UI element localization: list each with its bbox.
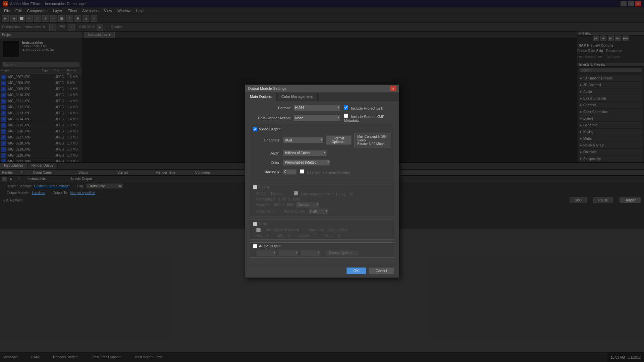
audio-format-options-button[interactable]: Format Options... bbox=[325, 250, 359, 256]
right-label: Right: bbox=[325, 234, 333, 237]
video-output-title-row: Video Output bbox=[253, 127, 391, 131]
audio-checkbox[interactable] bbox=[253, 244, 257, 248]
channels-label: Channels: bbox=[253, 138, 283, 142]
bottom-label: Bottom: bbox=[299, 234, 310, 237]
channels-select-wrapper: RGB RGB + Alpha bbox=[283, 137, 323, 143]
resize-pct-label: Resize %: bbox=[256, 209, 271, 213]
color-label: Color: bbox=[253, 161, 283, 165]
format-select[interactable]: H.264 AVI QuickTime bbox=[293, 105, 340, 111]
depth-label: Depth: bbox=[253, 151, 283, 155]
bottom-value: 0 bbox=[315, 234, 317, 237]
color-row: Color: Premultiplied (Matted) Straight (… bbox=[253, 159, 391, 166]
dialog-close-button[interactable]: ✕ bbox=[390, 86, 396, 91]
format-info-box: MainConcept H.264 Video Bitrate: 6.00 Mb… bbox=[354, 133, 391, 147]
resize-label: Resize bbox=[259, 185, 270, 189]
audio-label: Audio Output bbox=[259, 244, 280, 248]
include-xmp-checkbox-container: Include Source XMP Metadata bbox=[344, 114, 394, 123]
video-output-label: Video Output bbox=[259, 127, 280, 131]
dialog-footer: OK Cancel bbox=[245, 264, 399, 278]
resize-checkbox[interactable] bbox=[253, 185, 257, 189]
dialog-tab-color[interactable]: Color Management bbox=[277, 93, 318, 101]
info-line2: Bitrate: 6.00 Mbps bbox=[357, 142, 388, 146]
final-size-value: 644 x 362 bbox=[328, 228, 346, 232]
resize-dimensions-row: Width Height Lock Aspect Ratio to 16:9 (… bbox=[253, 191, 391, 196]
color-select[interactable]: Premultiplied (Matted) Straight (Unmatte… bbox=[283, 160, 330, 166]
lock-aspect-label: Lock Aspect Ratio to 16:9 (1.78) bbox=[301, 192, 354, 196]
channels-row: Channels: RGB RGB + Alpha Format Options… bbox=[253, 133, 391, 147]
format-label: Format: bbox=[250, 106, 293, 110]
video-output-section: Video Output Channels: RGB RGB + Alpha F… bbox=[250, 125, 394, 180]
use-region-label: Use Region of Interest bbox=[266, 228, 299, 232]
rendering-at-row: Rendering at: 644 x 362 bbox=[253, 197, 391, 201]
audio-selects-row: Format Options... bbox=[253, 250, 391, 256]
video-output-checkbox[interactable] bbox=[253, 127, 257, 131]
left-label: Left: bbox=[277, 234, 283, 237]
post-render-select[interactable]: None bbox=[293, 115, 340, 121]
audio-sample-rate-select bbox=[256, 250, 276, 256]
depth-select-wrapper: Millions of Colors Millions of Colors+ bbox=[283, 150, 327, 156]
resize-x: x bbox=[283, 203, 284, 206]
rendering-h: 1080 bbox=[292, 197, 300, 201]
top-label: Top: bbox=[256, 234, 263, 237]
color-select-wrapper: Premultiplied (Matted) Straight (Unmatte… bbox=[283, 160, 330, 166]
post-render-select-wrapper: None bbox=[293, 115, 340, 121]
crop-checkbox[interactable] bbox=[253, 222, 257, 226]
lock-aspect-checkbox bbox=[294, 191, 298, 195]
rendering-w: 1920 bbox=[279, 197, 286, 201]
resize-to-h: 1080 bbox=[286, 203, 294, 206]
resize-pct-row: Resize %: x Resize Quality: High bbox=[253, 208, 391, 215]
info-line1: MainConcept H.264 Video bbox=[357, 135, 388, 142]
resize-custom-wrapper: Custom bbox=[296, 202, 319, 208]
format-options-button[interactable]: Format Options... bbox=[326, 135, 352, 145]
audio-output-section: Audio Output bbox=[250, 242, 394, 258]
depth-select[interactable]: Millions of Colors Millions of Colors+ bbox=[283, 150, 327, 156]
audio-depth-select bbox=[278, 250, 299, 256]
audio-select3-wrapper bbox=[301, 250, 321, 256]
post-render-row: Post-Render Action: None Include Source … bbox=[250, 114, 394, 123]
dialog-overlay: Output Module Settings ✕ Main Options Co… bbox=[0, 0, 644, 362]
dialog-title-bar: Output Module Settings ✕ bbox=[245, 85, 399, 93]
include-project-checkbox[interactable] bbox=[344, 105, 348, 110]
output-module-dialog: Output Module Settings ✕ Main Options Co… bbox=[245, 84, 399, 278]
post-render-label: Post-Render Action: bbox=[250, 116, 293, 120]
resize-section: Resize Width Height Lock Aspect Ratio to… bbox=[250, 183, 394, 217]
resize-height-label: Height bbox=[271, 191, 282, 195]
dialog-title: Output Module Settings bbox=[248, 86, 390, 90]
resize-width-label: Width bbox=[256, 191, 266, 195]
starting-input[interactable] bbox=[283, 169, 297, 175]
include-project-label: Include Project Link bbox=[351, 106, 383, 110]
final-size-label: Final Size: bbox=[309, 228, 325, 232]
dialog-tab-main[interactable]: Main Options bbox=[245, 93, 277, 101]
left-value: 0 bbox=[288, 234, 290, 237]
depth-row: Depth: Millions of Colors Millions of Co… bbox=[253, 149, 391, 157]
rendering-x1: x bbox=[288, 197, 290, 201]
use-comp-frame-checkbox[interactable] bbox=[300, 169, 304, 174]
resize-title-row: Resize bbox=[253, 185, 391, 189]
use-comp-frame-label: Use Comp Frame Number bbox=[307, 170, 350, 174]
dialog-tabs: Main Options Color Management bbox=[245, 93, 399, 101]
resize-quality-label: Resize Quality: bbox=[284, 209, 306, 213]
audio-select2-wrapper bbox=[278, 250, 299, 256]
crop-region-checkbox bbox=[256, 228, 261, 232]
resize-to-label: Resize to: bbox=[256, 203, 271, 206]
crop-values-row: Top: 0 Left: 0 Bottom: 0 Right: 0 bbox=[253, 234, 391, 237]
include-xmp-checkbox[interactable] bbox=[344, 114, 348, 118]
audio-select1-wrapper bbox=[256, 250, 276, 256]
format-row: Format: H.264 AVI QuickTime Include Proj… bbox=[250, 104, 394, 112]
channels-select[interactable]: RGB RGB + Alpha bbox=[283, 137, 323, 143]
include-xmp-label: Include Source XMP Metadata bbox=[344, 115, 384, 123]
crop-title-row: Crop bbox=[253, 222, 391, 226]
lock-aspect-container: Lock Aspect Ratio to 16:9 (1.78) bbox=[294, 191, 354, 196]
starting-label: Starting #: bbox=[253, 170, 283, 174]
cancel-button[interactable]: Cancel bbox=[369, 267, 394, 274]
audio-title-row: Audio Output bbox=[253, 244, 391, 248]
ok-button[interactable]: OK bbox=[346, 267, 366, 274]
audio-channels-select bbox=[301, 250, 321, 256]
resize-to-w: 1920 bbox=[273, 203, 280, 206]
crop-options-row: Use Region of Interest Final Size: 1920 … bbox=[253, 228, 391, 232]
crop-section: Crop Use Region of Interest Final Size: … bbox=[250, 220, 394, 240]
starting-row: Starting #: Use Comp Frame Number bbox=[253, 168, 391, 176]
crop-label: Crop bbox=[259, 222, 267, 226]
rendering-at-label: Rendering at: bbox=[256, 197, 276, 201]
resize-quality-wrapper: High bbox=[308, 208, 328, 215]
